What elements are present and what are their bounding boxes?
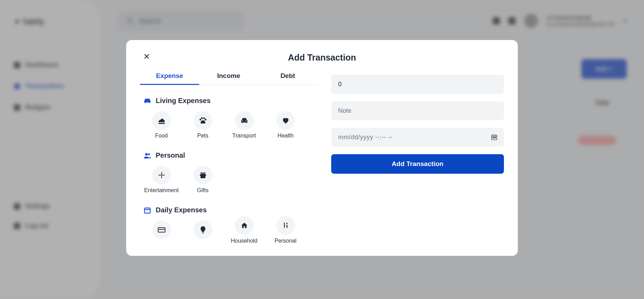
food-icon <box>157 116 166 125</box>
svg-rect-32 <box>494 137 495 138</box>
note-input[interactable] <box>338 107 497 115</box>
category-personal-daily[interactable]: Personal <box>266 216 305 244</box>
category-transport[interactable]: Transport <box>224 111 264 139</box>
group-title: Personal <box>156 151 185 159</box>
tab-expense[interactable]: Expense <box>140 72 199 85</box>
svg-rect-12 <box>161 176 162 178</box>
modal-title: Add Transaction <box>288 53 356 63</box>
tab-income[interactable]: Income <box>199 72 258 85</box>
svg-rect-10 <box>161 172 162 174</box>
svg-rect-15 <box>203 174 203 178</box>
svg-rect-33 <box>495 137 496 138</box>
category-utilities[interactable] <box>183 220 223 248</box>
svg-rect-20 <box>158 228 165 232</box>
group-title: Daily Expenses <box>156 206 207 214</box>
modal-overlay: Add Transaction Expense Income Debt <box>0 0 644 299</box>
category-pets[interactable]: Pets <box>183 111 223 139</box>
category-scroll[interactable]: Living Expenses Food Pets <box>140 85 317 256</box>
credit-card-icon <box>157 226 166 234</box>
category-entertainment[interactable]: Entertainment <box>141 166 181 194</box>
add-transaction-modal: Add Transaction Expense Income Debt <box>126 40 518 256</box>
svg-rect-24 <box>284 227 285 228</box>
gamepad-icon <box>157 171 166 179</box>
svg-point-4 <box>199 119 201 120</box>
restroom-icon <box>282 222 290 229</box>
bulb-icon <box>199 226 207 234</box>
amount-input[interactable] <box>338 81 497 88</box>
category-gifts[interactable]: Gifts <box>183 166 223 194</box>
category-card[interactable] <box>141 220 181 248</box>
svg-point-5 <box>201 117 203 119</box>
category-panel: Expense Income Debt Living Expenses <box>140 72 317 256</box>
date-placeholder: mm/dd/yyyy --:-- -- <box>338 134 392 141</box>
svg-rect-11 <box>158 175 165 175</box>
category-food[interactable]: Food <box>141 111 181 139</box>
svg-rect-31 <box>493 137 494 138</box>
svg-rect-16 <box>145 208 150 213</box>
calendar-picker-icon[interactable] <box>491 134 498 141</box>
add-transaction-button[interactable]: Add Transaction <box>331 154 504 174</box>
paw-icon <box>199 116 207 125</box>
people-icon <box>144 152 151 159</box>
group-title: Living Expenses <box>156 97 211 105</box>
svg-point-25 <box>286 223 287 224</box>
calendar-icon <box>144 206 151 214</box>
tab-debt[interactable]: Debt <box>258 72 317 85</box>
date-field[interactable]: mm/dd/yyyy --:-- -- <box>331 128 504 147</box>
close-button[interactable] <box>141 51 152 63</box>
group-living-expenses: Living Expenses Food Pets <box>141 97 316 139</box>
close-icon <box>143 53 150 60</box>
category-health[interactable]: Health <box>266 111 305 139</box>
heart-icon <box>282 116 290 125</box>
couch-icon <box>144 97 151 105</box>
gift-icon <box>199 171 207 179</box>
group-daily-expenses: Daily Expenses <box>141 206 316 248</box>
category-household[interactable]: Household <box>224 216 264 244</box>
svg-point-9 <box>148 153 150 155</box>
transaction-type-tabs: Expense Income Debt <box>140 72 317 85</box>
svg-point-7 <box>205 119 206 120</box>
svg-point-6 <box>203 117 205 119</box>
svg-rect-23 <box>284 224 285 226</box>
svg-rect-26 <box>286 227 287 228</box>
transaction-form: mm/dd/yyyy --:-- -- Add Transaction <box>317 72 504 256</box>
note-field-wrapper <box>331 101 504 120</box>
house-icon <box>241 222 248 229</box>
group-personal: Personal Entertainment Gifts <box>141 151 316 194</box>
car-icon <box>240 116 248 125</box>
svg-point-8 <box>145 153 148 155</box>
amount-field-wrapper <box>331 75 504 94</box>
svg-point-22 <box>284 223 285 224</box>
